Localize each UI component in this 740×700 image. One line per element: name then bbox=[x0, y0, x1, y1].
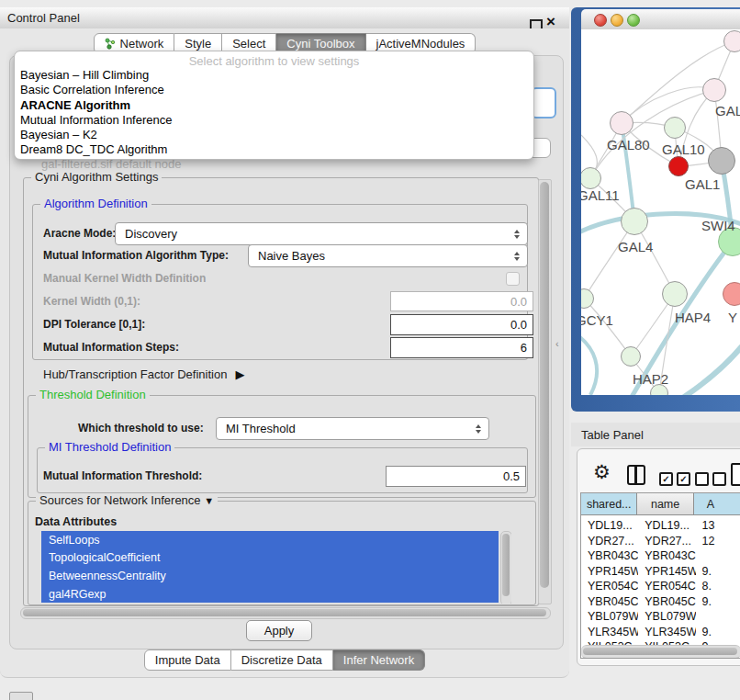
node-label: GAL11 bbox=[581, 187, 620, 203]
network-window-titlebar[interactable] bbox=[581, 9, 740, 30]
apply-button[interactable]: Apply bbox=[246, 620, 312, 641]
chevron-right-icon: ▶ bbox=[235, 367, 244, 381]
split-columns-icon[interactable] bbox=[627, 465, 645, 485]
list-item[interactable]: BetweennessCentrality bbox=[41, 567, 499, 585]
tab-infer-network[interactable]: Infer Network bbox=[333, 649, 425, 671]
mi-threshold-field[interactable]: 0.5 bbox=[386, 466, 526, 487]
tab-discretize-data[interactable]: Discretize Data bbox=[231, 649, 333, 671]
table-row[interactable]: YBR045CYBR045C9. bbox=[581, 594, 740, 610]
node-gal-partial[interactable] bbox=[702, 78, 726, 102]
control-panel-title: Control Panel bbox=[7, 11, 80, 25]
sources-group-title[interactable]: Sources for Network Inference ▼ bbox=[36, 493, 218, 507]
aracne-mode-label: Aracne Mode: bbox=[43, 227, 116, 240]
table-row[interactable]: YLR345WYLR345W9. bbox=[581, 625, 740, 640]
table-panel-title: Table Panel bbox=[581, 428, 644, 442]
table-horizontal-scrollbar[interactable] bbox=[581, 645, 740, 659]
aracne-mode-combo[interactable]: Discovery bbox=[115, 222, 528, 245]
dropdown-item[interactable]: Bayesian – K2 bbox=[20, 128, 533, 142]
dropdown-item-selected[interactable]: ARACNE Algorithm bbox=[20, 98, 533, 113]
table-row[interactable]: YDL19...YDL19...13 bbox=[581, 518, 740, 534]
data-attributes-label: Data Attributes bbox=[35, 515, 117, 528]
algorithm-dropdown: Select algorithm to view settings Bayesi… bbox=[14, 51, 534, 160]
node-label: HAP2 bbox=[633, 371, 668, 387]
new-table-icon[interactable] bbox=[731, 463, 740, 486]
close-window-icon[interactable] bbox=[594, 14, 607, 27]
minimized-panel-icon[interactable] bbox=[9, 692, 33, 700]
which-threshold-label: Which threshold to use: bbox=[78, 422, 204, 435]
control-panel-titlebar: Control Panel × bbox=[0, 7, 569, 29]
splitter-handle[interactable]: ‹ bbox=[555, 338, 559, 349]
mi-threshold-label: Mutual Information Threshold: bbox=[43, 469, 202, 482]
dpi-tolerance-field[interactable]: 0.0 bbox=[390, 314, 533, 335]
node-label: GAL1 bbox=[685, 176, 720, 192]
node-table: shared... name A YDL19...YDL19...13 YDR2… bbox=[580, 492, 740, 659]
stepper-icon bbox=[471, 424, 486, 434]
network-view-window: GAL GAL80 GAL10 GAL1 GAL11 SWI4 GAL4 GCY… bbox=[571, 7, 740, 412]
table-row[interactable]: YDR27...YDR27...12 bbox=[581, 534, 740, 549]
data-attributes-list: SelfLoops TopologicalCoefficient Between… bbox=[41, 531, 511, 604]
manual-kernel-width-checkbox[interactable] bbox=[506, 272, 520, 286]
node-gal4[interactable] bbox=[621, 208, 648, 235]
list-item[interactable]: SelfLoops bbox=[41, 531, 499, 549]
table-row[interactable]: YBR043CYBR043C bbox=[581, 548, 740, 564]
kernel-width-label: Kernel Width (0,1): bbox=[43, 295, 140, 308]
node-salmon[interactable] bbox=[723, 282, 740, 306]
node-label: GAL bbox=[715, 103, 740, 119]
focused-combo-fragment[interactable] bbox=[531, 87, 556, 119]
node-label: GAL80 bbox=[607, 137, 650, 152]
zoom-window-icon[interactable] bbox=[627, 14, 640, 27]
node-label: GAL4 bbox=[618, 239, 653, 254]
network-canvas[interactable]: GAL GAL80 GAL10 GAL1 GAL11 SWI4 GAL4 GCY… bbox=[581, 29, 740, 395]
stepper-icon bbox=[510, 252, 524, 261]
list-item[interactable]: gal4RGexp bbox=[41, 585, 499, 604]
list-item[interactable]: TopologicalCoefficient bbox=[41, 549, 499, 568]
deselect-all-checkboxes-icon[interactable] bbox=[695, 472, 726, 486]
bottom-tabbar: Impute Data Discretize Data Infer Networ… bbox=[0, 649, 569, 671]
node-hap2[interactable] bbox=[621, 346, 641, 367]
group-title: MI Threshold Definition bbox=[45, 440, 174, 454]
group-title: Cyni Algorithm Settings bbox=[31, 170, 162, 184]
mi-steps-label: Mutual Information Steps: bbox=[43, 341, 179, 354]
table-header-row: shared... name A bbox=[581, 493, 740, 515]
which-threshold-combo[interactable]: MI Threshold bbox=[216, 417, 489, 440]
table-panel-titlebar: Table Panel bbox=[571, 423, 740, 446]
node-label: SWI4 bbox=[701, 218, 735, 233]
node-gal80[interactable] bbox=[610, 111, 633, 135]
dropdown-item[interactable]: Bayesian – Hill Climbing bbox=[20, 68, 533, 83]
network-icon bbox=[105, 38, 116, 50]
tab-impute-data[interactable]: Impute Data bbox=[144, 649, 231, 671]
tab-label: Network bbox=[120, 37, 164, 51]
kernel-width-field[interactable]: 0.0 bbox=[390, 291, 533, 311]
settings-vertical-scrollbar[interactable] bbox=[538, 179, 552, 604]
application-window: Control Panel × Network Style Select Cyn… bbox=[0, 0, 740, 700]
node-gal1[interactable] bbox=[668, 156, 689, 176]
column-header[interactable]: shared... bbox=[581, 493, 637, 515]
node-label: HAP4 bbox=[675, 310, 711, 325]
node-hap4[interactable] bbox=[662, 281, 688, 307]
dropdown-item[interactable]: Dream8 DC_TDC Algorithm bbox=[20, 142, 533, 157]
dropdown-placeholder: Select algorithm to view settings bbox=[15, 51, 533, 68]
node-label: Y bbox=[728, 310, 737, 325]
minimize-window-icon[interactable] bbox=[611, 14, 623, 27]
dropdown-item[interactable]: Mutual Information Inference bbox=[20, 113, 533, 128]
stepper-icon bbox=[510, 230, 524, 239]
manual-kernel-width-label: Manual Kernel Width Definition bbox=[43, 272, 206, 285]
node-gray[interactable] bbox=[708, 147, 735, 175]
dpi-tolerance-label: DPI Tolerance [0,1]: bbox=[43, 318, 145, 331]
node-label: GCY1 bbox=[581, 312, 613, 328]
node-unlabeled[interactable] bbox=[723, 30, 740, 52]
select-all-checkboxes-icon[interactable]: ✓✓ bbox=[659, 472, 690, 486]
table-row[interactable]: YPR145WYPR145W9. bbox=[581, 564, 740, 580]
list-scrollbar[interactable] bbox=[500, 531, 511, 604]
table-row[interactable]: YBL079WYBL079W bbox=[581, 609, 740, 625]
node-gal10[interactable] bbox=[664, 117, 686, 139]
mi-steps-field[interactable]: 6 bbox=[390, 337, 533, 358]
mi-algorithm-type-combo[interactable]: Naive Bayes bbox=[248, 244, 528, 267]
hub-transcription-factor-toggle[interactable]: Hub/Transcription Factor Definition ▶ bbox=[43, 367, 244, 381]
settings-gear-icon[interactable]: ⚙ bbox=[593, 462, 611, 481]
dropdown-item[interactable]: Basic Correlation Inference bbox=[20, 83, 533, 97]
column-header[interactable]: A bbox=[694, 493, 740, 515]
table-row[interactable]: YER054CYER054C8. bbox=[581, 579, 740, 594]
column-header[interactable]: name bbox=[637, 493, 693, 515]
settings-horizontal-scrollbar[interactable] bbox=[20, 607, 551, 619]
